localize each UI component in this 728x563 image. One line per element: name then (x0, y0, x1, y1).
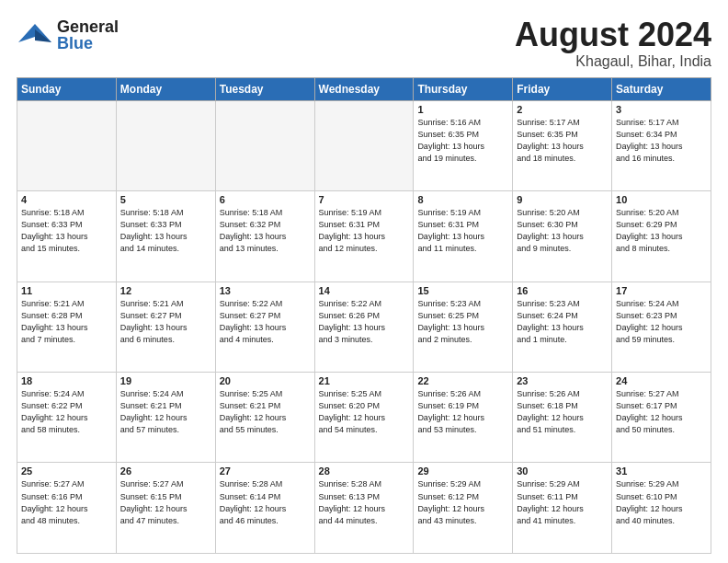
page: General Blue August 2024 Khagaul, Bihar,… (0, 0, 728, 563)
day-number: 11 (21, 285, 112, 296)
day-info: Sunrise: 5:26 AM Sunset: 6:18 PM Dayligh… (517, 388, 608, 436)
calendar-week-5: 25Sunrise: 5:27 AM Sunset: 6:16 PM Dayli… (17, 463, 711, 554)
day-info: Sunrise: 5:17 AM Sunset: 6:35 PM Dayligh… (517, 117, 608, 165)
calendar-cell: 28Sunrise: 5:28 AM Sunset: 6:13 PM Dayli… (314, 463, 414, 554)
day-number: 4 (21, 194, 112, 205)
calendar-cell: 21Sunrise: 5:25 AM Sunset: 6:20 PM Dayli… (314, 373, 414, 463)
day-info: Sunrise: 5:28 AM Sunset: 6:14 PM Dayligh… (220, 478, 311, 526)
day-info: Sunrise: 5:27 AM Sunset: 6:17 PM Dayligh… (616, 388, 707, 436)
calendar-cell: 23Sunrise: 5:26 AM Sunset: 6:18 PM Dayli… (513, 373, 612, 463)
day-info: Sunrise: 5:25 AM Sunset: 6:21 PM Dayligh… (220, 388, 311, 436)
calendar-cell: 6Sunrise: 5:18 AM Sunset: 6:32 PM Daylig… (215, 191, 314, 282)
calendar-week-1: 1Sunrise: 5:16 AM Sunset: 6:35 PM Daylig… (17, 100, 711, 190)
col-saturday: Saturday (612, 77, 711, 100)
calendar-cell: 3Sunrise: 5:17 AM Sunset: 6:34 PM Daylig… (612, 100, 711, 190)
calendar-cell: 29Sunrise: 5:29 AM Sunset: 6:12 PM Dayli… (414, 463, 513, 554)
day-info: Sunrise: 5:18 AM Sunset: 6:32 PM Dayligh… (220, 207, 311, 255)
day-info: Sunrise: 5:23 AM Sunset: 6:24 PM Dayligh… (517, 298, 608, 346)
calendar-cell: 18Sunrise: 5:24 AM Sunset: 6:22 PM Dayli… (17, 373, 117, 463)
col-sunday: Sunday (17, 77, 117, 100)
day-info: Sunrise: 5:24 AM Sunset: 6:23 PM Dayligh… (616, 298, 707, 346)
logo: General Blue (17, 17, 119, 53)
day-number: 22 (417, 375, 508, 386)
day-info: Sunrise: 5:28 AM Sunset: 6:13 PM Dayligh… (319, 478, 410, 526)
day-info: Sunrise: 5:29 AM Sunset: 6:12 PM Dayligh… (417, 478, 508, 526)
day-info: Sunrise: 5:25 AM Sunset: 6:20 PM Dayligh… (319, 388, 410, 436)
logo-general: General (57, 18, 119, 35)
title-block: August 2024 Khagaul, Bihar, India (515, 17, 711, 70)
day-info: Sunrise: 5:22 AM Sunset: 6:27 PM Dayligh… (220, 298, 311, 346)
day-number: 21 (319, 375, 410, 386)
day-number: 18 (21, 375, 112, 386)
day-info: Sunrise: 5:16 AM Sunset: 6:35 PM Dayligh… (417, 117, 508, 165)
day-info: Sunrise: 5:27 AM Sunset: 6:15 PM Dayligh… (120, 478, 211, 526)
day-info: Sunrise: 5:17 AM Sunset: 6:34 PM Dayligh… (616, 117, 707, 165)
day-info: Sunrise: 5:18 AM Sunset: 6:33 PM Dayligh… (120, 207, 211, 255)
day-info: Sunrise: 5:19 AM Sunset: 6:31 PM Dayligh… (417, 207, 508, 255)
calendar-cell (314, 100, 414, 190)
calendar-cell: 15Sunrise: 5:23 AM Sunset: 6:25 PM Dayli… (414, 282, 513, 372)
day-number: 25 (21, 465, 112, 477)
col-tuesday: Tuesday (215, 77, 314, 100)
day-number: 1 (417, 104, 508, 115)
calendar-cell: 12Sunrise: 5:21 AM Sunset: 6:27 PM Dayli… (116, 282, 215, 372)
calendar-cell: 13Sunrise: 5:22 AM Sunset: 6:27 PM Dayli… (215, 282, 314, 372)
calendar-cell: 11Sunrise: 5:21 AM Sunset: 6:28 PM Dayli… (17, 282, 117, 372)
day-info: Sunrise: 5:19 AM Sunset: 6:31 PM Dayligh… (319, 207, 410, 255)
day-number: 23 (517, 375, 608, 386)
day-number: 15 (417, 285, 508, 296)
day-info: Sunrise: 5:21 AM Sunset: 6:27 PM Dayligh… (120, 298, 211, 346)
day-number: 17 (616, 285, 707, 296)
day-info: Sunrise: 5:23 AM Sunset: 6:25 PM Dayligh… (417, 298, 508, 346)
calendar-week-3: 11Sunrise: 5:21 AM Sunset: 6:28 PM Dayli… (17, 282, 711, 372)
calendar-cell: 1Sunrise: 5:16 AM Sunset: 6:35 PM Daylig… (414, 100, 513, 190)
calendar-cell: 24Sunrise: 5:27 AM Sunset: 6:17 PM Dayli… (612, 373, 711, 463)
day-number: 7 (319, 194, 410, 205)
calendar-table: Sunday Monday Tuesday Wednesday Thursday… (17, 77, 711, 554)
logo-icon (17, 17, 53, 53)
calendar-cell (215, 100, 314, 190)
calendar-cell: 7Sunrise: 5:19 AM Sunset: 6:31 PM Daylig… (314, 191, 414, 282)
day-number: 9 (517, 194, 608, 205)
day-info: Sunrise: 5:21 AM Sunset: 6:28 PM Dayligh… (21, 298, 112, 346)
calendar-cell: 26Sunrise: 5:27 AM Sunset: 6:15 PM Dayli… (116, 463, 215, 554)
day-number: 16 (517, 285, 608, 296)
day-info: Sunrise: 5:24 AM Sunset: 6:22 PM Dayligh… (21, 388, 112, 436)
calendar-cell: 14Sunrise: 5:22 AM Sunset: 6:26 PM Dayli… (314, 282, 414, 372)
day-info: Sunrise: 5:18 AM Sunset: 6:33 PM Dayligh… (21, 207, 112, 255)
day-number: 29 (417, 465, 508, 477)
calendar-cell: 19Sunrise: 5:24 AM Sunset: 6:21 PM Dayli… (116, 373, 215, 463)
day-info: Sunrise: 5:29 AM Sunset: 6:11 PM Dayligh… (517, 478, 608, 526)
day-number: 6 (220, 194, 311, 205)
header: General Blue August 2024 Khagaul, Bihar,… (17, 17, 711, 70)
day-info: Sunrise: 5:29 AM Sunset: 6:10 PM Dayligh… (616, 478, 707, 526)
day-info: Sunrise: 5:26 AM Sunset: 6:19 PM Dayligh… (417, 388, 508, 436)
day-number: 19 (120, 375, 211, 386)
logo-text-block: General Blue (57, 18, 119, 52)
day-number: 2 (517, 104, 608, 115)
calendar-cell (17, 100, 117, 190)
calendar-header-row: Sunday Monday Tuesday Wednesday Thursday… (17, 77, 711, 100)
col-monday: Monday (116, 77, 215, 100)
day-number: 20 (220, 375, 311, 386)
calendar-cell: 22Sunrise: 5:26 AM Sunset: 6:19 PM Dayli… (414, 373, 513, 463)
day-number: 31 (616, 465, 707, 477)
day-number: 5 (120, 194, 211, 205)
calendar-cell: 31Sunrise: 5:29 AM Sunset: 6:10 PM Dayli… (612, 463, 711, 554)
day-number: 28 (319, 465, 410, 477)
day-number: 3 (616, 104, 707, 115)
day-number: 12 (120, 285, 211, 296)
day-number: 8 (417, 194, 508, 205)
day-info: Sunrise: 5:20 AM Sunset: 6:29 PM Dayligh… (616, 207, 707, 255)
day-number: 27 (220, 465, 311, 477)
day-number: 14 (319, 285, 410, 296)
calendar-cell: 5Sunrise: 5:18 AM Sunset: 6:33 PM Daylig… (116, 191, 215, 282)
calendar-cell: 30Sunrise: 5:29 AM Sunset: 6:11 PM Dayli… (513, 463, 612, 554)
calendar-cell: 8Sunrise: 5:19 AM Sunset: 6:31 PM Daylig… (414, 191, 513, 282)
calendar-cell: 17Sunrise: 5:24 AM Sunset: 6:23 PM Dayli… (612, 282, 711, 372)
calendar-title: August 2024 (515, 17, 711, 53)
calendar-week-2: 4Sunrise: 5:18 AM Sunset: 6:33 PM Daylig… (17, 191, 711, 282)
day-info: Sunrise: 5:27 AM Sunset: 6:16 PM Dayligh… (21, 478, 112, 526)
col-thursday: Thursday (414, 77, 513, 100)
col-friday: Friday (513, 77, 612, 100)
